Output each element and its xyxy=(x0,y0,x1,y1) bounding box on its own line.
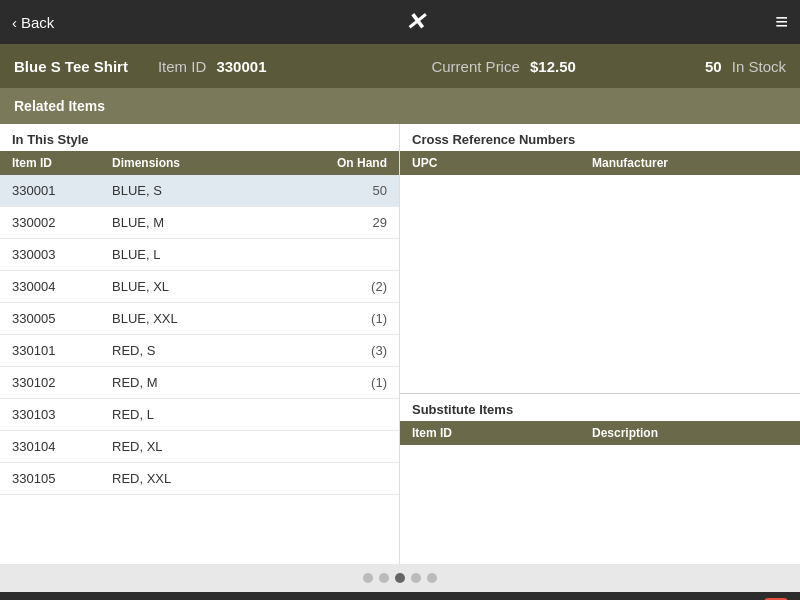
row-item-id: 330103 xyxy=(12,407,112,422)
right-panel: Cross Reference Numbers UPC Manufacturer… xyxy=(400,124,800,564)
row-on-hand: (3) xyxy=(307,343,387,358)
row-item-id: 330003 xyxy=(12,247,112,262)
item-id-label: Item ID xyxy=(158,58,206,75)
in-this-style-table-body: 330001 BLUE, S 50 330002 BLUE, M 29 3300… xyxy=(0,175,399,564)
back-label: Back xyxy=(21,14,54,31)
pagination-dot-4[interactable] xyxy=(411,573,421,583)
cross-reference-table-body xyxy=(400,175,800,393)
stock-value: 50 xyxy=(705,58,722,75)
related-items-label: Related Items xyxy=(14,98,105,114)
product-stock-section: 50 In Stock xyxy=(705,58,786,75)
row-on-hand: (2) xyxy=(307,279,387,294)
price-value: $12.50 xyxy=(530,58,576,75)
row-on-hand: 50 xyxy=(307,183,387,198)
table-row[interactable]: 330004 BLUE, XL (2) xyxy=(0,271,399,303)
table-row[interactable]: 330105 RED, XXL xyxy=(0,463,399,495)
pagination-dot-3[interactable] xyxy=(395,573,405,583)
pagination-dot-1[interactable] xyxy=(363,573,373,583)
row-dimensions: RED, XXL xyxy=(112,471,307,486)
row-dimensions: RED, M xyxy=(112,375,307,390)
product-name: Blue S Tee Shirt xyxy=(14,58,128,75)
product-price-section: Current Price $12.50 xyxy=(431,58,705,75)
col-header-on-hand: On Hand xyxy=(307,156,387,170)
info-bar: Blue S Tee Shirt Item ID 330001 Current … xyxy=(0,44,800,88)
row-item-id: 330104 xyxy=(12,439,112,454)
table-row[interactable]: 330003 BLUE, L xyxy=(0,239,399,271)
related-items-banner: Related Items xyxy=(0,88,800,124)
in-this-style-title: In This Style xyxy=(0,124,399,151)
cross-reference-section: Cross Reference Numbers UPC Manufacturer xyxy=(400,124,800,394)
row-on-hand xyxy=(307,471,387,486)
in-this-style-header: Item ID Dimensions On Hand xyxy=(0,151,399,175)
row-item-id: 330101 xyxy=(12,343,112,358)
row-item-id: 330102 xyxy=(12,375,112,390)
substitute-items-table-body xyxy=(400,445,800,564)
row-dimensions: RED, L xyxy=(112,407,307,422)
row-on-hand: (1) xyxy=(307,375,387,390)
table-row[interactable]: 330103 RED, L xyxy=(0,399,399,431)
col-header-sub-item-id: Item ID xyxy=(412,426,592,440)
cross-reference-header: UPC Manufacturer xyxy=(400,151,800,175)
pagination xyxy=(0,564,800,592)
table-row[interactable]: 330101 RED, S (3) xyxy=(0,335,399,367)
pagination-dot-2[interactable] xyxy=(379,573,389,583)
row-on-hand: (1) xyxy=(307,311,387,326)
status-bar: ✓ Register: 40 ✓ Corner Market 5200 12/0… xyxy=(0,592,800,600)
item-id-value: 330001 xyxy=(216,58,266,75)
header: ‹ Back ✕ ≡ xyxy=(0,0,800,44)
app-logo: ✕ xyxy=(405,8,425,36)
substitute-items-section: Substitute Items Item ID Description xyxy=(400,394,800,564)
table-row[interactable]: 330001 BLUE, S 50 xyxy=(0,175,399,207)
row-dimensions: RED, XL xyxy=(112,439,307,454)
row-dimensions: RED, S xyxy=(112,343,307,358)
product-id-section: Item ID 330001 xyxy=(158,58,432,75)
menu-button[interactable]: ≡ xyxy=(775,9,788,35)
pagination-dot-5[interactable] xyxy=(427,573,437,583)
row-item-id: 330005 xyxy=(12,311,112,326)
table-row[interactable]: 330002 BLUE, M 29 xyxy=(0,207,399,239)
row-on-hand xyxy=(307,439,387,454)
row-item-id: 330105 xyxy=(12,471,112,486)
table-row[interactable]: 330005 BLUE, XXL (1) xyxy=(0,303,399,335)
in-this-style-panel: In This Style Item ID Dimensions On Hand… xyxy=(0,124,400,564)
row-item-id: 330001 xyxy=(12,183,112,198)
row-dimensions: BLUE, XL xyxy=(112,279,307,294)
col-header-manufacturer: Manufacturer xyxy=(592,156,788,170)
row-item-id: 330002 xyxy=(12,215,112,230)
col-header-upc: UPC xyxy=(412,156,592,170)
row-dimensions: BLUE, M xyxy=(112,215,307,230)
substitute-items-header: Item ID Description xyxy=(400,421,800,445)
back-arrow-icon: ‹ xyxy=(12,14,17,31)
row-on-hand xyxy=(307,407,387,422)
price-label: Current Price xyxy=(431,58,519,75)
cross-reference-title: Cross Reference Numbers xyxy=(400,124,800,151)
stock-label: In Stock xyxy=(732,58,786,75)
row-on-hand xyxy=(307,247,387,262)
substitute-items-title: Substitute Items xyxy=(400,394,800,421)
row-dimensions: BLUE, S xyxy=(112,183,307,198)
col-header-description: Description xyxy=(592,426,788,440)
row-dimensions: BLUE, L xyxy=(112,247,307,262)
row-item-id: 330004 xyxy=(12,279,112,294)
row-dimensions: BLUE, XXL xyxy=(112,311,307,326)
col-header-dimensions: Dimensions xyxy=(112,156,307,170)
main-content: In This Style Item ID Dimensions On Hand… xyxy=(0,124,800,564)
back-button[interactable]: ‹ Back xyxy=(12,14,54,31)
col-header-item-id: Item ID xyxy=(12,156,112,170)
table-row[interactable]: 330104 RED, XL xyxy=(0,431,399,463)
row-on-hand: 29 xyxy=(307,215,387,230)
table-row[interactable]: 330102 RED, M (1) xyxy=(0,367,399,399)
